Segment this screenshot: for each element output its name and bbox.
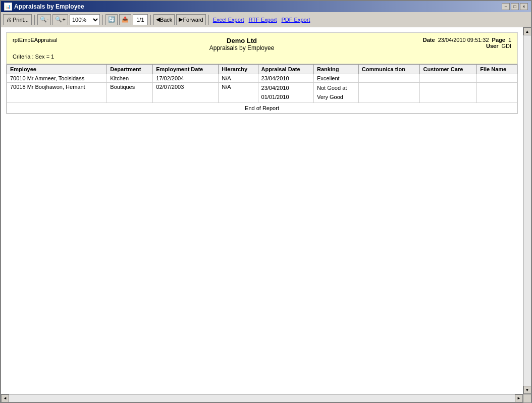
- criteria-row: Criteria : Sex = 1: [13, 54, 511, 60]
- report-id: rptEmpEAppraisal: [13, 37, 58, 43]
- cell-department-2: Boutiques: [107, 83, 153, 103]
- printer-icon: 🖨: [6, 17, 12, 23]
- report-title: Appraisals by Employee: [73, 44, 410, 52]
- title-bar: 📊 Appraisals by Employee − □ ×: [1, 1, 531, 12]
- cell-customer-care-1: [420, 74, 477, 83]
- page-value: 1: [508, 37, 511, 43]
- criteria-text: Criteria : Sex = 1: [13, 54, 54, 60]
- report-meta-right: Date 23/04/2010 09:51:32 Page 1 User GDI: [410, 37, 511, 49]
- col-customer-care: Customer Care: [420, 65, 477, 74]
- report-container: rptEmpEAppraisal Demo Ltd Appraisals by …: [6, 32, 518, 114]
- vertical-scrollbar[interactable]: ▲ ▼: [523, 27, 531, 394]
- scroll-left-button[interactable]: ◄: [1, 394, 9, 402]
- print-button[interactable]: 🖨 Print...: [3, 14, 32, 25]
- col-department: Department: [107, 65, 153, 74]
- export-icon: 📤: [122, 16, 129, 23]
- cell-employee-1: 70010 Mr Ammeer, Toolsidass: [7, 74, 107, 83]
- cell-department-1: Kitchen: [107, 74, 153, 83]
- col-ranking: Ranking: [314, 65, 359, 74]
- company-name: Demo Ltd: [73, 37, 410, 44]
- col-employee: Employee: [7, 65, 107, 74]
- scroll-track-h[interactable]: [9, 394, 515, 402]
- user-label: User: [486, 43, 498, 49]
- content-area: rptEmpEAppraisal Demo Ltd Appraisals by …: [1, 27, 531, 394]
- scroll-corner: [523, 394, 531, 402]
- report-header: rptEmpEAppraisal Demo Ltd Appraisals by …: [7, 33, 517, 64]
- col-hierarchy: Hierarchy: [219, 65, 258, 74]
- title-bar-left: 📊 Appraisals by Employee: [4, 3, 84, 11]
- cell-appraisal-date-1: 23/04/2010: [258, 74, 313, 83]
- cell-hierarchy-2: N/A: [219, 83, 258, 103]
- separator-2: [102, 15, 103, 25]
- separator-1: [34, 15, 35, 25]
- cell-employment-date-1: 17/02/2004: [153, 74, 219, 83]
- excel-export-button[interactable]: Excel Export: [211, 17, 246, 23]
- zoom-in-icon: 🔍+: [55, 16, 65, 23]
- print-label: Print...: [13, 17, 29, 23]
- report-scroll-area[interactable]: rptEmpEAppraisal Demo Ltd Appraisals by …: [1, 27, 523, 394]
- cell-hierarchy-1: N/A: [219, 74, 258, 83]
- cell-customer-care-2: [420, 83, 477, 103]
- table-header-row: Employee Department Employment Date Hier…: [7, 65, 517, 74]
- title-controls: − □ ×: [502, 3, 528, 10]
- table-row: 70010 Mr Ammeer, Toolsidass Kitchen 17/0…: [7, 74, 517, 83]
- scroll-up-button[interactable]: ▲: [523, 27, 531, 35]
- window-icon: 📊: [4, 3, 12, 11]
- report-title-area: Demo Ltd Appraisals by Employee: [73, 37, 410, 52]
- scroll-right-button[interactable]: ►: [515, 394, 523, 402]
- maximize-button[interactable]: □: [511, 3, 519, 10]
- forward-button[interactable]: ▶ Forward: [176, 14, 205, 25]
- zoom-select[interactable]: 100% 75% 50% 150%: [70, 14, 100, 25]
- cell-ranking-1: Excellent: [314, 74, 359, 83]
- scroll-down-button[interactable]: ▼: [523, 386, 531, 394]
- toolbar: 🖨 Print... 🔍- 🔍+ 100% 75% 50% 150% 🔄 📤: [1, 12, 531, 27]
- separator-4: [208, 15, 209, 25]
- main-window: 📊 Appraisals by Employee − □ × 🖨 Print..…: [0, 0, 532, 403]
- forward-arrow-icon: ▶: [179, 16, 183, 23]
- cell-appraisal-date-2: 23/04/201001/01/2010: [258, 83, 313, 103]
- zoom-out-button[interactable]: 🔍-: [37, 14, 51, 25]
- col-appraisal-date: Appraisal Date: [258, 65, 313, 74]
- zoom-in-button[interactable]: 🔍+: [52, 14, 68, 25]
- date-value: 23/04/2010 09:51:32: [438, 37, 489, 43]
- scroll-track-v[interactable]: [523, 35, 531, 386]
- cell-employment-date-2: 02/07/2003: [153, 83, 219, 103]
- date-label: Date: [423, 37, 435, 43]
- pdf-export-button[interactable]: PDF Export: [280, 17, 312, 23]
- end-of-report-text: End of Report: [245, 105, 279, 111]
- minimize-button[interactable]: −: [502, 3, 510, 10]
- cell-file-name-1: [477, 74, 517, 83]
- date-row: Date 23/04/2010 09:51:32 Page 1: [410, 37, 511, 43]
- cell-file-name-2: [477, 83, 517, 103]
- back-label: Back: [160, 17, 172, 23]
- user-row: User GDI: [410, 43, 511, 49]
- horizontal-scrollbar[interactable]: ◄ ►: [1, 394, 523, 402]
- col-file-name: File Name: [477, 65, 517, 74]
- rtf-export-button[interactable]: RTF Export: [247, 17, 278, 23]
- cell-ranking-2: Not Good atVery Good: [314, 83, 359, 103]
- cell-communication-2: [358, 83, 420, 103]
- close-button[interactable]: ×: [520, 3, 528, 10]
- refresh-button[interactable]: 🔄: [105, 14, 118, 25]
- zoom-out-icon: 🔍-: [40, 16, 49, 23]
- report-id-area: rptEmpEAppraisal: [13, 37, 73, 43]
- col-communication: Communica tion: [358, 65, 420, 74]
- cell-communication-1: [358, 74, 420, 83]
- col-employment-date: Employment Date: [153, 65, 219, 74]
- separator-3: [150, 15, 151, 25]
- back-button[interactable]: ◀ Back: [153, 14, 175, 25]
- window-title: Appraisals by Employee: [14, 3, 84, 10]
- page-input[interactable]: [133, 14, 148, 25]
- bottom-bar: ◄ ►: [1, 394, 531, 402]
- user-value: GDI: [501, 43, 511, 49]
- page-label: Page: [492, 37, 505, 43]
- back-arrow-icon: ◀: [156, 16, 160, 23]
- cell-employee-2: 70018 Mr Boojhawon, Hemant: [7, 83, 107, 103]
- table-row: 70018 Mr Boojhawon, Hemant Boutiques 02/…: [7, 83, 517, 103]
- report-header-top: rptEmpEAppraisal Demo Ltd Appraisals by …: [13, 37, 511, 52]
- end-of-report: End of Report: [7, 103, 517, 114]
- export-button[interactable]: 📤: [119, 14, 131, 25]
- report-table: Employee Department Employment Date Hier…: [7, 64, 517, 103]
- forward-label: Forward: [183, 17, 203, 23]
- refresh-icon: 🔄: [108, 16, 115, 23]
